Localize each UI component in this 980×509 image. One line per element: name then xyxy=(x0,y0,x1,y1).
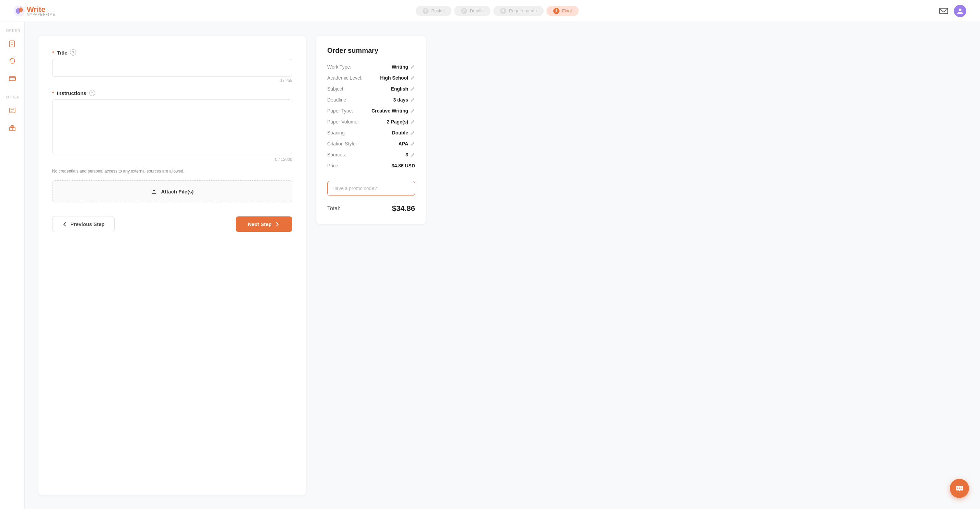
sidebar-item-list[interactable] xyxy=(5,103,19,118)
previous-step-button[interactable]: Previous Step xyxy=(52,216,115,232)
next-button-label: Next Step xyxy=(248,221,272,227)
instructions-textarea[interactable] xyxy=(52,99,292,154)
instructions-label-text: Instructions xyxy=(57,90,86,96)
sidebar-item-gift[interactable] xyxy=(5,120,19,135)
total-label: Total: xyxy=(327,205,340,212)
chat-bubble-button[interactable] xyxy=(950,479,969,498)
summary-row-price: Price: 34.86 USD xyxy=(327,163,415,169)
svg-rect-3 xyxy=(940,8,948,14)
order-summary: Order summary Work Type: Writing Academi… xyxy=(316,36,426,495)
mail-icon[interactable] xyxy=(939,6,948,16)
summary-key-sources: Sources: xyxy=(327,152,346,157)
instructions-field-label: * Instructions ? xyxy=(52,90,292,96)
svg-point-16 xyxy=(957,488,958,489)
summary-val-spacing: Double xyxy=(392,130,408,135)
summary-title: Order summary xyxy=(327,47,415,54)
step-final[interactable]: 4 Final xyxy=(546,6,579,16)
edit-work-type-icon[interactable] xyxy=(410,65,415,69)
edit-academic-level-icon[interactable] xyxy=(410,75,415,80)
main-wrapper: * Title ? 0 / 255 * Instructions ? 0 / 1… xyxy=(25,22,980,509)
summary-val-deadline: 3 days xyxy=(393,97,408,103)
summary-row-work-type: Work Type: Writing xyxy=(327,64,415,70)
summary-key-academic-level: Academic Level: xyxy=(327,75,363,81)
new-order-icon xyxy=(9,40,16,48)
instructions-char-count: 0 / 12000 xyxy=(52,157,292,162)
step-details[interactable]: 2 Details xyxy=(454,6,490,16)
summary-val-sources: 3 xyxy=(406,152,408,157)
sidebar-divider xyxy=(5,91,19,91)
summary-row-deadline: Deadline 3 days xyxy=(327,97,415,103)
svg-point-4 xyxy=(959,9,961,11)
summary-row-subject: Subject: English xyxy=(327,86,415,92)
chevron-right-icon xyxy=(274,221,280,227)
summary-key-citation: Citation Style: xyxy=(327,141,357,146)
svg-point-17 xyxy=(959,488,960,489)
warning-text: No credentials and personal access to an… xyxy=(52,169,292,173)
summary-key-deadline: Deadline xyxy=(327,97,346,103)
edit-deadline-icon[interactable] xyxy=(410,97,415,102)
nav-buttons: Previous Step Next Step xyxy=(52,216,292,232)
instructions-required-star: * xyxy=(52,90,54,96)
gift-icon xyxy=(9,124,16,131)
total-row: Total: $34.86 xyxy=(327,204,415,213)
summary-row-citation: Citation Style: APA xyxy=(327,141,415,146)
logo-icon xyxy=(14,5,25,16)
step-dot-basics: 1 xyxy=(423,8,429,14)
promo-code-input[interactable] xyxy=(327,181,415,196)
svg-rect-10 xyxy=(10,108,15,113)
form-area: * Title ? 0 / 255 * Instructions ? 0 / 1… xyxy=(38,36,306,495)
title-label-text: Title xyxy=(57,50,68,56)
step-dot-requirements: 3 xyxy=(500,8,506,14)
next-step-button[interactable]: Next Step xyxy=(235,216,292,232)
other-section-label: OTHER xyxy=(0,95,24,102)
edit-sources-icon[interactable] xyxy=(410,152,415,157)
summary-val-citation: APA xyxy=(398,141,408,146)
summary-val-subject: English xyxy=(391,86,408,92)
svg-point-2 xyxy=(19,7,23,12)
edit-spacing-icon[interactable] xyxy=(410,130,415,135)
progress-steps: 1 Basics 2 Details 3 Requirements 4 Fina… xyxy=(414,6,580,16)
summary-val-paper-volume: 2 Page(s) xyxy=(387,119,408,124)
edit-citation-icon[interactable] xyxy=(410,141,415,146)
summary-val-work-type: Writing xyxy=(392,64,408,70)
summary-row-paper-volume: Paper Volume: 2 Page(s) xyxy=(327,119,415,124)
edit-subject-icon[interactable] xyxy=(410,86,415,91)
summary-key-subject: Subject: xyxy=(327,86,345,92)
header-icons xyxy=(939,5,966,17)
summary-key-work-type: Work Type: xyxy=(327,64,351,70)
sidebar-item-new-order[interactable] xyxy=(5,37,19,51)
chevron-left-icon xyxy=(62,221,68,227)
attach-files-button[interactable]: Attach File(s) xyxy=(52,180,292,202)
total-value: $34.86 xyxy=(392,204,415,213)
summary-val-paper-type: Creative Writing xyxy=(371,108,408,113)
sidebar-item-wallet[interactable] xyxy=(5,71,19,86)
order-section-label: ORDER xyxy=(0,29,24,35)
summary-key-paper-volume: Paper Volume: xyxy=(327,119,359,124)
summary-key-paper-type: Paper Type: xyxy=(327,108,353,113)
summary-row-paper-type: Paper Type: Creative Writing xyxy=(327,108,415,113)
step-dot-final: 4 xyxy=(553,8,560,14)
edit-paper-type-icon[interactable] xyxy=(410,108,415,113)
summary-val-price: 34.86 USD xyxy=(392,163,415,169)
prev-button-label: Previous Step xyxy=(70,221,105,227)
title-help-icon[interactable]: ? xyxy=(70,49,76,56)
summary-key-price: Price: xyxy=(327,163,340,169)
instructions-help-icon[interactable]: ? xyxy=(89,90,95,96)
svg-rect-5 xyxy=(10,41,14,47)
step-requirements[interactable]: 3 Requirements xyxy=(493,6,544,16)
step-basics[interactable]: 1 Basics xyxy=(416,6,452,16)
summary-row-academic-level: Academic Level: High School xyxy=(327,75,415,81)
list-icon xyxy=(9,107,16,114)
summary-row-spacing: Spacing: Double xyxy=(327,130,415,135)
sidebar-item-refresh[interactable] xyxy=(5,54,19,68)
summary-val-academic-level: High School xyxy=(380,75,408,81)
svg-point-18 xyxy=(961,488,962,489)
title-field-label: * Title ? xyxy=(52,49,292,56)
wallet-icon xyxy=(9,75,16,82)
title-input[interactable] xyxy=(52,59,292,77)
logo: Write MYPAPER•4ME xyxy=(14,5,55,16)
summary-key-spacing: Spacing: xyxy=(327,130,346,135)
edit-paper-volume-icon[interactable] xyxy=(410,119,415,124)
avatar[interactable] xyxy=(954,5,966,17)
summary-card: Order summary Work Type: Writing Academi… xyxy=(316,36,426,224)
